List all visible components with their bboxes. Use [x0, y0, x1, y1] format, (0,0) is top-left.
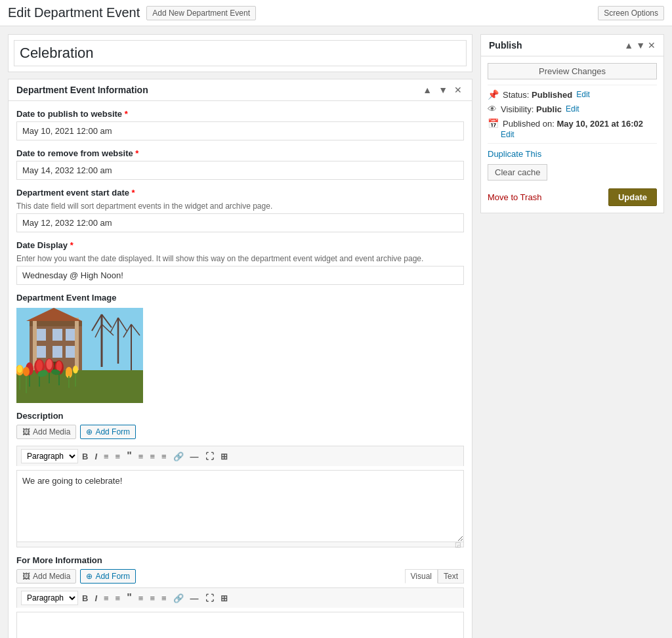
event-image	[16, 308, 143, 403]
text-tab[interactable]: Text	[438, 569, 464, 584]
metabox-header: Department Event Information ▲ ▼ ✕	[9, 79, 472, 101]
publish-date-input[interactable]	[16, 121, 464, 140]
publish-info: 📌 Status: Published Edit 👁 Visibility:	[488, 85, 657, 144]
published-on-edit-link[interactable]: Edit	[501, 130, 514, 139]
svg-point-27	[36, 360, 43, 372]
publish-collapse-up-btn[interactable]: ▲	[624, 40, 633, 51]
duplicate-link[interactable]: Duplicate This	[488, 149, 657, 159]
metabox-collapse-up-btn[interactable]: ▲	[421, 85, 434, 95]
remove-date-input[interactable]	[16, 161, 464, 180]
date-display-input[interactable]	[16, 266, 464, 285]
for-more-info-link-btn[interactable]: 🔗	[171, 592, 186, 605]
event-image-section: Department Event Image	[16, 293, 464, 403]
screen-options-button[interactable]: Screen Options	[598, 6, 664, 20]
description-section: Description 🖼 Add Media ⊕ Add Form	[16, 411, 464, 547]
page-wrapper: Edit Department Event Add New Department…	[0, 0, 672, 638]
add-media-icon: 🖼	[22, 427, 30, 436]
for-more-info-section: For More Information 🖼 Add Media ⊕ Add F…	[16, 555, 464, 638]
for-more-info-editor[interactable]	[16, 612, 464, 638]
for-more-info-align-center-btn[interactable]: ≡	[147, 592, 158, 605]
description-editor[interactable]: We are going to celebrate!	[16, 470, 464, 542]
metabox-close-btn[interactable]: ✕	[452, 85, 464, 95]
italic-btn[interactable]: I	[92, 450, 100, 463]
publish-header-controls: ▲ ▼ ✕	[624, 40, 656, 51]
move-to-trash-link[interactable]: Move to Trash	[488, 192, 541, 202]
remove-date-group: Date to remove from website *	[16, 148, 464, 180]
bold-btn[interactable]: B	[79, 450, 91, 463]
blockquote-btn[interactable]: "	[124, 449, 135, 463]
unordered-list-btn[interactable]: ≡	[101, 450, 112, 463]
svg-point-38	[17, 365, 22, 373]
description-add-form-btn[interactable]: ⊕ Add Form	[80, 425, 136, 439]
for-more-info-media-btns: 🖼 Add Media ⊕ Add Form	[16, 569, 136, 584]
for-more-info-bold-btn[interactable]: B	[79, 592, 91, 605]
post-title-input[interactable]	[14, 40, 467, 66]
svg-rect-7	[52, 346, 62, 358]
grid-btn[interactable]: ⊞	[218, 450, 230, 463]
visual-text-tabs: Visual Text	[405, 569, 464, 584]
link-btn[interactable]: 🔗	[171, 450, 186, 463]
metabox-controls: ▲ ▼ ✕	[421, 85, 464, 95]
align-right-btn[interactable]: ≡	[159, 450, 169, 463]
for-more-info-editor-toolbar: Paragraph B I ≡ ≡ " ≡ ≡ ≡ 🔗 —	[16, 587, 464, 608]
for-more-info-grid-btn[interactable]: ⊞	[218, 592, 230, 605]
description-title: Description	[16, 411, 464, 421]
visibility-label: Visibility: Public	[501, 104, 562, 114]
visibility-edit-link[interactable]: Edit	[566, 104, 579, 114]
svg-rect-2	[30, 321, 82, 326]
fullscreen-btn[interactable]: ⛶	[203, 450, 217, 463]
publish-box-body: Preview Changes 📌 Status: Published Edit	[481, 56, 663, 213]
for-more-info-align-left-btn[interactable]: ≡	[136, 592, 146, 605]
preview-changes-btn[interactable]: Preview Changes	[488, 63, 657, 79]
svg-point-40	[23, 367, 30, 376]
calendar-icon: 📅	[488, 118, 499, 129]
date-display-group: Date Display * Enter how you want the da…	[16, 240, 464, 285]
for-more-info-fullscreen-btn[interactable]: ⛶	[203, 592, 217, 605]
visibility-icon: 👁	[488, 104, 497, 114]
publish-date-group: Date to publish to website *	[16, 109, 464, 140]
publish-close-btn[interactable]: ✕	[648, 40, 656, 51]
post-title-wrap	[8, 34, 472, 72]
page-title: Edit Department Event	[8, 5, 140, 20]
description-resize-handle[interactable]: ◲	[16, 542, 464, 547]
sidebar-column: Publish ▲ ▼ ✕ Preview Changes 📌	[480, 34, 664, 213]
publish-box-title: Publish	[489, 40, 522, 51]
add-media-icon-2: 🖼	[22, 572, 30, 581]
for-more-info-add-form-btn[interactable]: ⊕ Add Form	[80, 569, 136, 584]
add-new-button[interactable]: Add New Department Event	[146, 6, 256, 20]
for-more-info-add-media-btn[interactable]: 🖼 Add Media	[16, 569, 76, 584]
align-left-btn[interactable]: ≡	[136, 450, 146, 463]
for-more-info-unordered-list-btn[interactable]: ≡	[101, 592, 112, 605]
for-more-info-align-right-btn[interactable]: ≡	[159, 592, 169, 605]
clear-cache-btn[interactable]: Clear cache	[488, 164, 547, 181]
ordered-list-btn[interactable]: ≡	[113, 450, 123, 463]
publish-actions: Move to Trash Update	[488, 186, 657, 206]
visual-tab[interactable]: Visual	[405, 569, 438, 584]
for-more-info-more-btn[interactable]: —	[188, 592, 201, 605]
start-date-group: Department event start date * This date …	[16, 188, 464, 232]
publish-date-label: Date to publish to website *	[16, 109, 464, 119]
status-edit-link[interactable]: Edit	[576, 90, 590, 99]
content-area: Department Event Information ▲ ▼ ✕ Date …	[0, 26, 672, 638]
update-btn[interactable]: Update	[608, 188, 657, 206]
start-date-label: Department event start date *	[16, 188, 464, 198]
for-more-info-italic-btn[interactable]: I	[92, 592, 100, 605]
dept-event-metabox: Department Event Information ▲ ▼ ✕ Date …	[8, 79, 472, 638]
date-display-label: Date Display *	[16, 240, 464, 250]
paragraph-select[interactable]: Paragraph	[21, 449, 78, 463]
publish-collapse-down-btn[interactable]: ▼	[636, 40, 645, 51]
date-display-hint: Enter how you want the date displayed. I…	[16, 254, 464, 263]
more-btn[interactable]: —	[188, 450, 201, 463]
for-more-info-blockquote-btn[interactable]: "	[124, 591, 135, 605]
main-column: Department Event Information ▲ ▼ ✕ Date …	[8, 34, 472, 638]
description-add-media-btn[interactable]: 🖼 Add Media	[16, 425, 76, 439]
published-on-row: 📅 Published on: May 10, 2021 at 16:02 Ed…	[488, 118, 657, 139]
for-more-info-paragraph-select[interactable]: Paragraph	[21, 591, 78, 605]
description-media-buttons: 🖼 Add Media ⊕ Add Form	[16, 425, 464, 439]
align-center-btn[interactable]: ≡	[147, 450, 158, 463]
metabox-body: Date to publish to website * Date to rem…	[9, 101, 472, 638]
publish-box: Publish ▲ ▼ ✕ Preview Changes 📌	[480, 34, 664, 213]
metabox-collapse-down-btn[interactable]: ▼	[436, 85, 450, 95]
start-date-input[interactable]	[16, 213, 464, 232]
for-more-info-ordered-list-btn[interactable]: ≡	[113, 592, 123, 605]
